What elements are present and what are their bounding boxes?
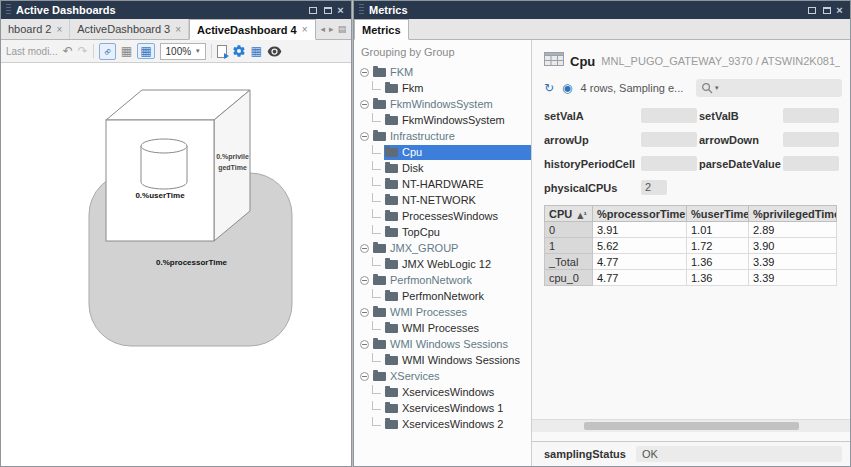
metrics-titlebar[interactable]: Metrics × xyxy=(354,1,850,19)
cell-privilegedtime[interactable]: 3.39 xyxy=(749,270,837,286)
cell-usertime[interactable]: 1.72 xyxy=(687,238,749,254)
drag-grip-icon[interactable] xyxy=(6,4,11,16)
table-icon[interactable]: ▦ xyxy=(251,45,262,57)
cell-cpu[interactable]: _Total xyxy=(545,254,593,270)
settings-gear-icon[interactable] xyxy=(232,44,246,58)
cell-usertime[interactable]: 1.36 xyxy=(687,270,749,286)
cylinder-shape[interactable] xyxy=(141,139,187,189)
tab-next-icon[interactable]: ▸ xyxy=(329,24,334,34)
collapse-icon[interactable] xyxy=(360,372,369,381)
close-icon[interactable]: × xyxy=(833,4,846,16)
table-row[interactable]: _Total 4.77 1.36 3.39 xyxy=(545,254,837,270)
tree-group-wmi-processes[interactable]: WMI Processes xyxy=(357,304,531,320)
collapse-icon[interactable] xyxy=(360,244,369,253)
search-input[interactable] xyxy=(721,82,837,94)
tree-item-nt-hardware[interactable]: NT-HARDWARE xyxy=(357,176,531,192)
undo-icon[interactable]: ↶ xyxy=(63,45,73,57)
tree-item-fkmwindowssystem[interactable]: FkmWindowsSystem xyxy=(357,112,531,128)
arrowdown-field[interactable] xyxy=(783,132,839,147)
tab-metrics[interactable]: Metrics xyxy=(354,19,409,40)
tab-close-icon[interactable]: × xyxy=(175,24,181,35)
tree-item-perfmonnetwork[interactable]: PerfmonNetwork xyxy=(357,288,531,304)
collapse-icon[interactable] xyxy=(360,276,369,285)
collapse-icon[interactable] xyxy=(360,340,369,349)
tree-group-infrastructure[interactable]: Infrastructure xyxy=(357,128,531,144)
collapse-icon[interactable] xyxy=(360,132,369,141)
table-row[interactable]: 1 5.62 1.72 3.90 xyxy=(545,238,837,254)
tree-item-processeswindows[interactable]: ProcessesWindows xyxy=(357,208,531,224)
cell-privilegedtime[interactable]: 3.90 xyxy=(749,238,837,254)
tab-dashboard-2[interactable]: hboard 2 × xyxy=(1,19,70,39)
tree-item-xserviceswindows-1[interactable]: XservicesWindows 1 xyxy=(357,400,531,416)
tree-item-nt-network[interactable]: NT-NETWORK xyxy=(357,192,531,208)
cell-processortime[interactable]: 5.62 xyxy=(593,238,687,254)
tree-item-wmi-windows-sessions[interactable]: WMI Windows Sessions xyxy=(357,352,531,368)
tab-dashboard-3[interactable]: ActiveDashboard 3 × xyxy=(70,19,189,39)
tree-group-jmx-group[interactable]: JMX_GROUP xyxy=(357,240,531,256)
tree-item-jmx-weblogic-12[interactable]: JMX WebLogic 12 xyxy=(357,256,531,272)
maximize-icon[interactable] xyxy=(321,4,334,16)
search-box[interactable]: ▾ xyxy=(696,79,842,97)
cell-processortime[interactable]: 4.77 xyxy=(593,254,687,270)
tree-item-topcpu[interactable]: TopCpu xyxy=(357,224,531,240)
maximize-icon[interactable] xyxy=(820,4,833,16)
tab-prev-icon[interactable]: ◂ xyxy=(321,24,326,34)
tree-group-wmi-windows-sessions[interactable]: WMI Windows Sessions xyxy=(357,336,531,352)
setvala-field[interactable] xyxy=(641,108,697,123)
report-icon[interactable] xyxy=(217,45,227,58)
snap-grid-icon[interactable]: ▦ xyxy=(137,43,154,59)
tab-list-icon[interactable]: ▤ xyxy=(338,24,347,34)
collapse-icon[interactable] xyxy=(360,100,369,109)
arrowup-field[interactable] xyxy=(641,132,697,147)
preview-eye-icon[interactable] xyxy=(267,46,282,57)
drag-grip-icon[interactable] xyxy=(359,4,364,16)
tree-item-fkm[interactable]: Fkm xyxy=(357,80,531,96)
historyperiodcell-field[interactable] xyxy=(641,156,697,171)
tab-close-icon[interactable]: × xyxy=(56,24,62,35)
cell-processortime[interactable]: 4.77 xyxy=(593,270,687,286)
zoom-select[interactable]: 100% ▾ xyxy=(160,43,206,60)
record-icon[interactable]: ◉ xyxy=(562,81,572,95)
tree-item-cpu[interactable]: Cpu xyxy=(357,144,531,160)
active-dashboards-titlebar[interactable]: Active Dashboards × xyxy=(1,1,351,19)
column-header-privilegedtime[interactable]: %privilegedTime xyxy=(749,206,837,222)
redo-icon[interactable]: ↷ xyxy=(78,45,88,57)
table-row[interactable]: cpu_0 4.77 1.36 3.39 xyxy=(545,270,837,286)
cell-cpu[interactable]: 0 xyxy=(545,222,593,238)
tree-group-fkm[interactable]: FKM xyxy=(357,64,531,80)
tree-item-wmi-processes[interactable]: WMI Processes xyxy=(357,320,531,336)
tab-dashboard-4[interactable]: ActiveDashboard 4 × xyxy=(189,19,316,40)
tree-group-xservices[interactable]: XServices xyxy=(357,368,531,384)
tree-item-disk[interactable]: Disk xyxy=(357,160,531,176)
grid-icon[interactable]: ▦ xyxy=(121,45,132,57)
tree-item-xserviceswindows-2[interactable]: XservicesWindows 2 xyxy=(357,416,531,432)
tab-close-icon[interactable]: × xyxy=(302,24,308,35)
link-icon[interactable]: ∞ xyxy=(99,43,116,60)
cell-processortime[interactable]: 3.91 xyxy=(593,222,687,238)
setvalb-field[interactable] xyxy=(783,108,839,123)
cell-cpu[interactable]: cpu_0 xyxy=(545,270,593,286)
collapse-icon[interactable] xyxy=(360,68,369,77)
folder-icon xyxy=(385,388,398,397)
close-icon[interactable]: × xyxy=(334,4,347,16)
cell-privilegedtime[interactable]: 3.39 xyxy=(749,254,837,270)
tree-group-fkmwindowssystem[interactable]: FkmWindowsSystem xyxy=(357,96,531,112)
dashboard-canvas[interactable]: 0.%userTime 0.%privilegedTime 0.%process… xyxy=(1,63,351,466)
tree-group-perfmonnetwork[interactable]: PerfmonNetwork xyxy=(357,272,531,288)
horizontal-scrollbar[interactable] xyxy=(532,419,850,432)
cell-usertime[interactable]: 1.36 xyxy=(687,254,749,270)
refresh-icon[interactable]: ↻ xyxy=(544,81,554,95)
tree-item-xserviceswindows[interactable]: XservicesWindows xyxy=(357,384,531,400)
cell-usertime[interactable]: 1.01 xyxy=(687,222,749,238)
cell-privilegedtime[interactable]: 2.89 xyxy=(749,222,837,238)
column-header-processortime[interactable]: %processorTime xyxy=(593,206,687,222)
table-row[interactable]: 0 3.91 1.01 2.89 xyxy=(545,222,837,238)
float-icon[interactable] xyxy=(805,4,818,16)
column-header-usertime[interactable]: %userTime xyxy=(687,206,749,222)
column-header-cpu[interactable]: CPU ▲¹ xyxy=(545,206,593,222)
cell-cpu[interactable]: 1 xyxy=(545,238,593,254)
collapse-icon[interactable] xyxy=(360,308,369,317)
float-icon[interactable] xyxy=(306,4,319,16)
scrollbar-thumb[interactable] xyxy=(584,422,799,430)
parsedatevalue-field[interactable] xyxy=(783,156,839,171)
